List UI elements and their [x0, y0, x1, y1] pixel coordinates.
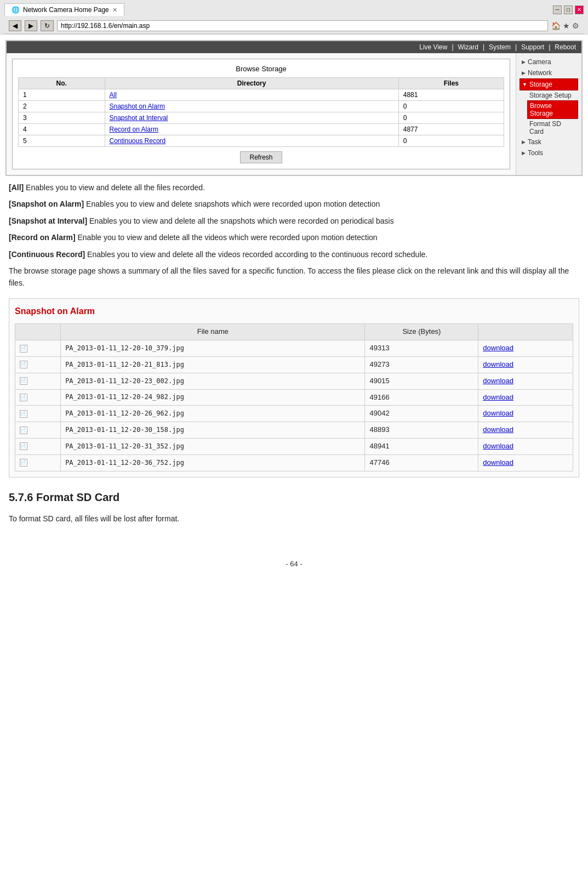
- address-bar: ◀ ▶ ↻ 🏠 ★ ⚙: [4, 18, 584, 34]
- refresh-button-browser[interactable]: ↻: [41, 20, 54, 31]
- table-row: 1 All 4881: [19, 89, 504, 101]
- sidebar-task-label: Task: [528, 138, 541, 146]
- arrow-icon: ▶: [522, 59, 526, 65]
- file-size: 49042: [365, 406, 478, 422]
- snap-col-size: Size (Bytes): [365, 324, 478, 340]
- home-icon[interactable]: 🏠: [551, 21, 561, 30]
- camera-ui: Live View | Wizard | System | Support | …: [6, 41, 582, 175]
- file-size: 47746: [365, 454, 478, 471]
- row-dir[interactable]: Snapshot on Alarm: [105, 101, 398, 112]
- camera-ui-screenshot: Live View | Wizard | System | Support | …: [5, 40, 583, 176]
- table-row: 📄 PA_2013-01-11_12-20-24_982.jpg 49166 d…: [15, 389, 573, 406]
- row-dir[interactable]: Record on Alarm: [105, 124, 398, 135]
- row-files: 4877: [398, 124, 504, 135]
- snapshot-interval-desc: [Snapshot at Interval] Enables you to vi…: [9, 215, 579, 227]
- doc-content: [All] Enables you to view and delete all…: [0, 181, 588, 538]
- nav-sep-3: |: [515, 43, 517, 51]
- system-link[interactable]: System: [489, 43, 511, 51]
- camera-sidebar: ▶ Camera ▶ Network ▼ Storage Storage Set…: [516, 53, 581, 175]
- file-name: PA_2013-01-11_12-20-26_962.jpg: [61, 406, 365, 422]
- format-title: 5.7.6 Format SD Card: [9, 488, 579, 506]
- sidebar-item-tools[interactable]: ▶ Tools: [520, 147, 578, 158]
- wizard-link[interactable]: Wizard: [458, 43, 478, 51]
- file-icon: 📄: [20, 459, 27, 467]
- file-download[interactable]: download: [478, 356, 573, 373]
- page-number: - 64 -: [0, 560, 588, 568]
- file-download[interactable]: download: [478, 422, 573, 439]
- file-size: 49273: [365, 356, 478, 373]
- arrow-icon-tools: ▶: [522, 150, 526, 156]
- table-row: 📄 PA_2013-01-11_12-20-10_379.jpg 49313 d…: [15, 340, 573, 357]
- tab-close-button[interactable]: ✕: [112, 7, 117, 14]
- browser-chrome: 🌐 Network Camera Home Page ✕ ─ □ ✕ ◀ ▶ ↻…: [0, 0, 588, 35]
- sidebar-format-sd[interactable]: Format SD Card: [527, 119, 578, 137]
- close-button[interactable]: ✕: [575, 5, 584, 14]
- sidebar-network-label: Network: [528, 69, 552, 77]
- file-download[interactable]: download: [478, 389, 573, 406]
- file-download[interactable]: download: [478, 454, 573, 471]
- table-row: 2 Snapshot on Alarm 0: [19, 101, 504, 112]
- format-desc: To format SD card, all files will be los…: [9, 513, 579, 525]
- window-controls: ─ □ ✕: [553, 5, 584, 14]
- sidebar-item-storage[interactable]: ▼ Storage: [520, 78, 578, 90]
- row-no: 1: [19, 89, 105, 101]
- browser-titlebar: 🌐 Network Camera Home Page ✕ ─ □ ✕: [4, 3, 584, 16]
- col-directory: Directory: [105, 78, 398, 89]
- file-size: 48893: [365, 422, 478, 439]
- camera-body: Browse Storage No. Directory Files 1 All…: [7, 53, 581, 175]
- file-icon-cell: 📄: [15, 373, 61, 389]
- browse-storage-box: Browse Storage No. Directory Files 1 All…: [12, 59, 510, 169]
- snapshot-interval-text: Enables you to view and delete all the s…: [87, 217, 394, 225]
- file-size: 49015: [365, 373, 478, 389]
- row-no: 5: [19, 135, 105, 147]
- sidebar-item-task[interactable]: ▶ Task: [520, 137, 578, 147]
- arrow-icon-network: ▶: [522, 70, 526, 76]
- row-dir[interactable]: Continuous Record: [105, 135, 398, 147]
- back-button[interactable]: ◀: [9, 20, 21, 31]
- reboot-link[interactable]: Reboot: [555, 43, 576, 51]
- row-dir[interactable]: Snapshot at Interval: [105, 112, 398, 124]
- file-icon: 📄: [20, 361, 27, 368]
- snapshot-interval-label: [Snapshot at Interval]: [9, 217, 87, 225]
- browser-tab[interactable]: 🌐 Network Camera Home Page ✕: [4, 3, 124, 16]
- file-icon-cell: 📄: [15, 406, 61, 422]
- file-name: PA_2013-01-11_12-20-24_982.jpg: [61, 389, 365, 406]
- browse-desc: The browse storage page shows a summary …: [9, 265, 579, 289]
- sidebar-browse-storage[interactable]: Browse Storage: [527, 100, 578, 119]
- address-input[interactable]: [57, 20, 548, 31]
- file-icon-cell: 📄: [15, 389, 61, 406]
- tab-title: Network Camera Home Page: [23, 6, 109, 14]
- file-icon: 📄: [20, 410, 27, 418]
- row-files: 0: [398, 112, 504, 124]
- camera-topnav: Live View | Wizard | System | Support | …: [7, 41, 581, 53]
- snap-col-action: [478, 324, 573, 340]
- support-link[interactable]: Support: [521, 43, 544, 51]
- live-view-link[interactable]: Live View: [419, 43, 447, 51]
- star-icon[interactable]: ★: [563, 21, 570, 30]
- row-dir[interactable]: All: [105, 89, 398, 101]
- table-row: 📄 PA_2013-01-11_12-20-21_813.jpg 49273 d…: [15, 356, 573, 373]
- sidebar-storage-label: Storage: [529, 81, 552, 88]
- file-download[interactable]: download: [478, 340, 573, 357]
- minimize-button[interactable]: ─: [553, 5, 562, 14]
- row-no: 2: [19, 101, 105, 112]
- maximize-button[interactable]: □: [564, 5, 573, 14]
- settings-icon[interactable]: ⚙: [572, 21, 579, 30]
- file-icon-cell: 📄: [15, 356, 61, 373]
- continuous-label: [Continuous Record]: [9, 250, 85, 259]
- file-download[interactable]: download: [478, 373, 573, 389]
- sidebar-item-camera[interactable]: ▶ Camera: [520, 56, 578, 67]
- sidebar-item-network[interactable]: ▶ Network: [520, 67, 578, 78]
- sidebar-storage-setup[interactable]: Storage Setup: [527, 90, 578, 100]
- snapshot-alarm-text: Enables you to view and delete snapshots…: [84, 200, 380, 208]
- col-no: No.: [19, 78, 105, 89]
- file-download[interactable]: download: [478, 406, 573, 422]
- arrow-icon-task: ▶: [522, 139, 526, 145]
- file-download[interactable]: download: [478, 438, 573, 454]
- sidebar-storage-submenu: Storage Setup Browse Storage Format SD C…: [520, 90, 578, 137]
- file-size: 49166: [365, 389, 478, 406]
- refresh-button[interactable]: Refresh: [240, 151, 282, 163]
- camera-main: Browse Storage No. Directory Files 1 All…: [7, 53, 516, 175]
- forward-button[interactable]: ▶: [25, 20, 37, 31]
- table-row: 5 Continuous Record 0: [19, 135, 504, 147]
